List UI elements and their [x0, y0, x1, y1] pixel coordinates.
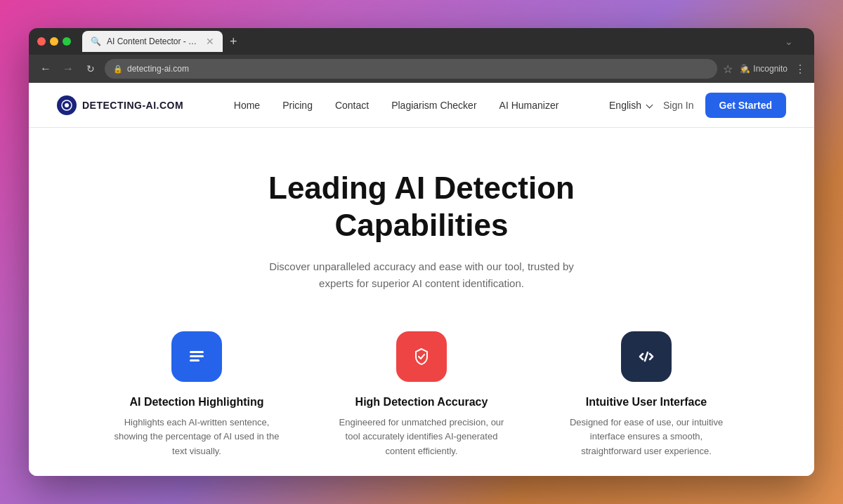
nav-home[interactable]: Home [234, 100, 260, 111]
nav-pricing[interactable]: Pricing [282, 100, 313, 111]
incognito-button[interactable]: 🕵 Incognito [740, 64, 788, 74]
svg-point-1 [65, 103, 69, 107]
lock-icon: 🔒 [113, 65, 123, 74]
active-tab[interactable]: 🔍 AI Content Detector - Reliab... ✕ [82, 31, 223, 52]
nav-humanizer[interactable]: AI Humanizer [499, 100, 559, 111]
browser-titlebar: 🔍 AI Content Detector - Reliab... ✕ + ⌄ [29, 28, 814, 55]
browser-toolbar: ← → ↻ 🔒 detecting-ai.com ☆ 🕵 Incognito ⋮ [29, 55, 814, 83]
website-content: DETECTING-AI.COM Home Pricing Contact Pl… [29, 83, 814, 476]
hero-subtitle: Discover unparalleled accuracy and ease … [267, 258, 576, 292]
feature-accuracy: High Detection Accuracy Engineered for u… [337, 331, 506, 459]
feature-highlighting-icon [171, 331, 222, 382]
hero-section: Leading AI Detection Capabilities Discov… [29, 128, 814, 476]
menu-icon[interactable]: ⋮ [795, 62, 806, 76]
incognito-label: Incognito [753, 64, 788, 74]
window-expand-icon: ⌄ [785, 36, 793, 47]
refresh-button[interactable]: ↻ [82, 60, 99, 77]
tab-favicon: 🔍 [91, 37, 101, 46]
address-bar[interactable]: 🔒 detecting-ai.com [105, 59, 717, 79]
close-traffic-light[interactable] [37, 37, 46, 46]
minimize-traffic-light[interactable] [50, 37, 58, 46]
nav-contact[interactable]: Contact [335, 100, 369, 111]
feature-accuracy-desc: Engineered for unmatched precision, our … [337, 416, 506, 459]
svg-rect-4 [190, 359, 200, 362]
nav-right: English Sign In Get Started [609, 93, 786, 118]
url-text: detecting-ai.com [127, 64, 189, 74]
tab-title: AI Content Detector - Reliab... [107, 37, 197, 46]
feature-interface: Intuitive User Interface Designed for ea… [562, 331, 731, 459]
svg-rect-2 [190, 351, 204, 353]
feature-highlighting-desc: Highlights each AI-written sentence, sho… [112, 416, 281, 459]
traffic-lights [37, 37, 71, 46]
logo-text: DETECTING-AI.COM [82, 100, 183, 111]
window-controls-right: ⌄ [785, 35, 806, 48]
nav-links: Home Pricing Contact Plagiarism Checker … [234, 100, 559, 111]
forward-button[interactable]: → [60, 60, 77, 77]
nav-plagiarism[interactable]: Plagiarism Checker [391, 100, 476, 111]
new-tab-button[interactable]: + [226, 34, 242, 49]
sign-in-button[interactable]: Sign In [663, 100, 694, 111]
incognito-icon: 🕵 [740, 64, 750, 74]
language-label: English [609, 100, 641, 111]
feature-highlighting: AI Detection Highlighting Highlights eac… [112, 331, 281, 459]
feature-highlighting-title: AI Detection Highlighting [129, 396, 263, 409]
back-button[interactable]: ← [37, 60, 54, 77]
feature-accuracy-icon [396, 331, 447, 382]
feature-accuracy-title: High Detection Accuracy [355, 396, 488, 409]
feature-interface-icon [621, 331, 672, 382]
browser-window: 🔍 AI Content Detector - Reliab... ✕ + ⌄ … [29, 28, 814, 476]
chevron-down-icon [646, 102, 653, 109]
toolbar-right: ☆ 🕵 Incognito ⋮ [723, 62, 806, 76]
site-logo[interactable]: DETECTING-AI.COM [57, 95, 183, 115]
feature-interface-desc: Designed for ease of use, our intuitive … [562, 416, 731, 459]
get-started-button[interactable]: Get Started [705, 93, 786, 118]
feature-interface-title: Intuitive User Interface [586, 396, 707, 409]
site-nav: DETECTING-AI.COM Home Pricing Contact Pl… [29, 83, 814, 128]
svg-rect-3 [190, 355, 204, 357]
language-selector[interactable]: English [609, 100, 652, 111]
features-section: AI Detection Highlighting Highlights eac… [105, 331, 738, 459]
logo-icon [57, 95, 77, 115]
bookmark-icon[interactable]: ☆ [723, 62, 733, 76]
hero-title: Leading AI Detection Capabilities [211, 170, 632, 244]
tab-bar: 🔍 AI Content Detector - Reliab... ✕ + [82, 31, 779, 52]
tab-close-button[interactable]: ✕ [206, 36, 214, 47]
maximize-traffic-light[interactable] [63, 37, 71, 46]
